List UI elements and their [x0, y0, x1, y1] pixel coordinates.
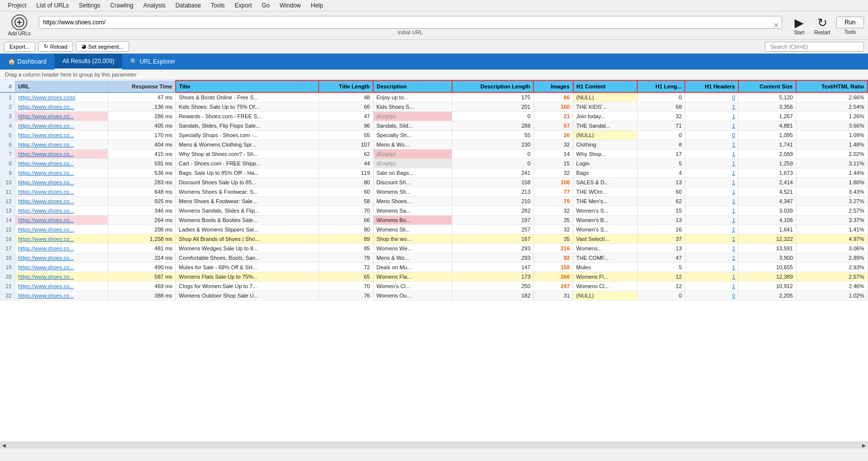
row-h1-headers[interactable]: 1	[685, 102, 738, 112]
tab-url-explorer[interactable]: 🔍 URL Explorer	[122, 54, 183, 69]
col-header-h1-length[interactable]: H1 Leng...	[637, 80, 685, 92]
menu-settings[interactable]: Settings	[75, 1, 104, 10]
row-url[interactable]: https://www.shoes.com/	[15, 92, 108, 102]
col-header-url[interactable]: URL	[15, 80, 108, 92]
col-header-resp[interactable]: Response Time	[108, 80, 175, 92]
row-h1-headers[interactable]: 1	[685, 253, 738, 263]
row-desc-len: 282	[452, 206, 534, 216]
row-h1-length: 68	[637, 102, 685, 112]
row-url[interactable]: https://www.shoes.co...	[15, 216, 108, 225]
tab-all-results[interactable]: All Results (20,009)	[55, 54, 123, 70]
col-header-h1-content[interactable]: H1 Content	[573, 80, 638, 92]
row-images: 35	[534, 216, 573, 225]
row-url[interactable]: https://www.shoes.co...	[15, 159, 108, 168]
scroll-left-arrow[interactable]: ◀	[2, 443, 6, 448]
row-h1-headers[interactable]: 1	[685, 140, 738, 150]
row-url[interactable]: https://www.shoes.co...	[15, 263, 108, 272]
row-h1-headers[interactable]: 1	[685, 206, 738, 216]
row-h1-headers[interactable]: 1	[685, 178, 738, 187]
add-urls-button[interactable]: Add URLs	[4, 13, 35, 37]
row-h1-headers[interactable]: 1	[685, 225, 738, 234]
restart-button[interactable]: ↻ Restart	[810, 15, 834, 36]
menu-list-of-urls[interactable]: List of URLs	[32, 1, 72, 10]
row-url[interactable]: https://www.shoes.co...	[15, 187, 108, 197]
row-url[interactable]: https://www.shoes.co...	[15, 121, 108, 131]
row-url[interactable]: https://www.shoes.co...	[15, 168, 108, 178]
col-header-images[interactable]: Images	[534, 80, 573, 92]
row-url[interactable]: https://www.shoes.co...	[15, 206, 108, 216]
row-url[interactable]: https://www.shoes.co...	[15, 225, 108, 234]
tools-label: Tools	[844, 29, 856, 35]
col-header-title-length[interactable]: Title Length	[319, 80, 373, 92]
scrollbar-row[interactable]: ◀ ▶	[0, 442, 868, 449]
row-h1-headers[interactable]: 1	[685, 121, 738, 131]
menu-go[interactable]: Go	[258, 1, 274, 10]
start-button[interactable]: ▶ Start	[790, 15, 808, 36]
export-button[interactable]: Export...	[4, 42, 35, 52]
col-header-h1-headers[interactable]: H1 Headers	[685, 80, 738, 92]
row-resp: 388 ms	[108, 291, 175, 301]
menu-tools[interactable]: Tools	[207, 1, 229, 10]
url-clear-button[interactable]: ✕	[773, 21, 779, 29]
row-url[interactable]: https://www.shoes.co...	[15, 140, 108, 150]
table-container[interactable]: # URL Response Time Title Title Length D…	[0, 80, 868, 442]
url-input[interactable]	[39, 16, 782, 29]
menu-export[interactable]: Export	[231, 1, 256, 10]
row-url[interactable]: https://www.shoes.co...	[15, 234, 108, 244]
row-url[interactable]: https://www.shoes.co...	[15, 150, 108, 159]
col-header-desc[interactable]: Description	[373, 80, 452, 92]
row-h1-headers[interactable]: 1	[685, 216, 738, 225]
col-header-title[interactable]: Title	[176, 80, 319, 92]
row-url[interactable]: https://www.shoes.co...	[15, 197, 108, 206]
run-button[interactable]: Run	[836, 16, 864, 28]
row-h1-headers[interactable]: 0	[685, 131, 738, 140]
set-segment-button[interactable]: ◕ Set segment...	[76, 41, 129, 52]
row-h1-headers[interactable]: 0	[685, 291, 738, 301]
row-url[interactable]: https://www.shoes.co...	[15, 102, 108, 112]
row-h1-headers[interactable]: 1	[685, 159, 738, 168]
reload-button[interactable]: ↻ Reload	[38, 41, 73, 52]
menu-database[interactable]: Database	[171, 1, 204, 10]
row-h1-content: THE KIDS'...	[573, 102, 638, 112]
row-url[interactable]: https://www.shoes.co...	[15, 178, 108, 187]
row-h1-headers[interactable]: 1	[685, 150, 738, 159]
row-h1-headers[interactable]: 1	[685, 263, 738, 272]
search-input[interactable]	[765, 42, 864, 52]
col-header-text-html-ratio[interactable]: Text/HTML Ratio	[796, 80, 868, 92]
scroll-right-arrow[interactable]: ▶	[862, 443, 866, 448]
row-num: 6	[0, 140, 15, 150]
row-url[interactable]: https://www.shoes.co...	[15, 112, 108, 121]
row-h1-headers[interactable]: 1	[685, 282, 738, 291]
menu-project[interactable]: Project	[4, 1, 30, 10]
row-h1-headers[interactable]: 1	[685, 187, 738, 197]
row-h1-headers[interactable]: 0	[685, 92, 738, 102]
row-h1-headers[interactable]: 1	[685, 234, 738, 244]
col-header-desc-length[interactable]: Description Length	[452, 80, 534, 92]
row-title-len: 55	[319, 131, 373, 140]
row-h1-headers[interactable]: 1	[685, 244, 738, 253]
row-url[interactable]: https://www.shoes.co...	[15, 282, 108, 291]
add-urls-label: Add URLs	[8, 31, 31, 36]
row-url[interactable]: https://www.shoes.co...	[15, 253, 108, 263]
col-header-content-size[interactable]: Content Size	[738, 80, 796, 92]
row-url[interactable]: https://www.shoes.co...	[15, 244, 108, 253]
row-resp: 264 ms	[108, 216, 175, 225]
row-h1-content: Why Shop...	[573, 150, 638, 159]
menu-analysis[interactable]: Analysis	[139, 1, 170, 10]
menu-bar: Project List of URLs Settings Crawling A…	[0, 0, 868, 11]
row-h1-length: 17	[637, 150, 685, 159]
row-h1-headers[interactable]: 1	[685, 112, 738, 121]
tab-dashboard[interactable]: 🏠 Dashboard	[0, 54, 55, 69]
menu-window[interactable]: Window	[276, 1, 305, 10]
row-url[interactable]: https://www.shoes.co...	[15, 131, 108, 140]
row-h1-length: 4	[637, 168, 685, 178]
col-header-num[interactable]: #	[0, 80, 15, 92]
menu-crawling[interactable]: Crawling	[106, 1, 137, 10]
row-h1-headers[interactable]: 1	[685, 168, 738, 178]
row-url[interactable]: https://www.shoes.co...	[15, 291, 108, 301]
menu-help[interactable]: Help	[307, 1, 327, 10]
row-desc-len: 158	[452, 178, 534, 187]
row-h1-headers[interactable]: 1	[685, 272, 738, 282]
row-url[interactable]: https://www.shoes.co...	[15, 272, 108, 282]
row-h1-headers[interactable]: 1	[685, 197, 738, 206]
